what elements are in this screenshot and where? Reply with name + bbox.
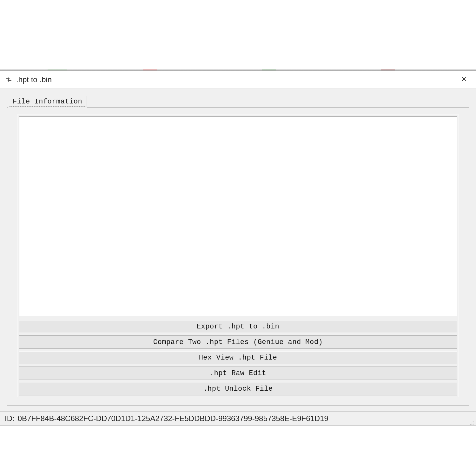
status-id-label: ID: [5,414,15,423]
window-controls [455,73,473,87]
svg-point-6 [472,423,473,424]
file-information-textbox[interactable] [19,116,457,316]
button-label: Compare Two .hpt Files (Geniue and Mod) [153,338,323,346]
action-button-stack: Export .hpt to .bin Compare Two .hpt Fil… [19,320,457,395]
button-label: Export .hpt to .bin [197,323,279,331]
tab-page: Export .hpt to .bin Compare Two .hpt Fil… [7,107,469,406]
status-id-value: 0B7FF84B-48C682FC-DD70D1D1-125A2732-FE5D… [18,414,328,423]
svg-point-3 [472,424,473,425]
raw-edit-button[interactable]: .hpt Raw Edit [19,367,457,380]
svg-point-5 [470,424,471,425]
status-bar: ID: 0B7FF84B-48C682FC-DD70D1D1-125A2732-… [0,411,476,426]
tab-strip: File Information [7,96,469,107]
button-label: .hpt Unlock File [203,385,273,393]
tab-file-information[interactable]: File Information [8,96,87,108]
svg-point-2 [473,424,474,425]
svg-point-4 [473,423,474,424]
main-window: .hpt to .bin File Information [0,70,476,426]
button-label: .hpt Raw Edit [210,369,266,377]
close-button[interactable] [455,73,473,87]
client-area: File Information Export .hpt to .bin Com… [0,89,476,411]
convert-icon [5,76,12,83]
resize-grip-icon[interactable] [468,419,474,425]
tab-page-frame: Export .hpt to .bin Compare Two .hpt Fil… [17,115,459,397]
button-label: Hex View .hpt File [199,354,277,362]
svg-point-7 [473,421,474,422]
title-bar: .hpt to .bin [0,71,476,89]
hex-view-button[interactable]: Hex View .hpt File [19,351,457,364]
close-icon [461,76,467,83]
export-button[interactable]: Export .hpt to .bin [19,320,457,333]
tab-label: File Information [13,98,82,106]
compare-button[interactable]: Compare Two .hpt Files (Geniue and Mod) [19,335,457,349]
unlock-button[interactable]: .hpt Unlock File [19,382,457,395]
window-title: .hpt to .bin [16,75,455,84]
